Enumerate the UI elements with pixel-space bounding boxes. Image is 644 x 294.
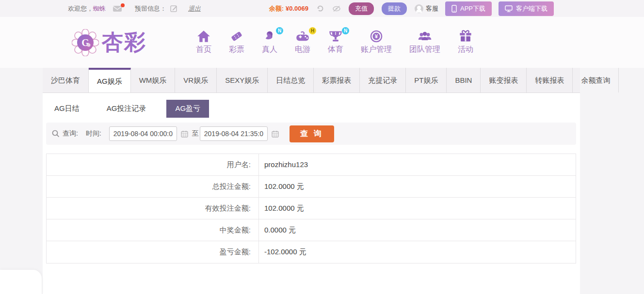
withdraw-button[interactable]: 提款: [382, 2, 407, 15]
gift-icon: [459, 30, 472, 43]
query-label: 查询:: [63, 129, 78, 138]
time-label: 时间:: [86, 129, 101, 138]
site-header: G 杏彩 首页 彩票 N 真人: [0, 17, 644, 68]
row-label-profit-loss: 盈亏金额:: [47, 241, 259, 263]
table-row: 总投注金额: 102.0000 元: [47, 176, 576, 198]
svg-text:¥: ¥: [375, 33, 378, 39]
query-bar: 查询: 时间: 至 查 询: [46, 123, 576, 145]
end-time-input[interactable]: [200, 126, 268, 141]
service-label: 客服: [426, 4, 438, 13]
ticket-icon: [230, 30, 243, 43]
tab-vr-entertainment[interactable]: VR娱乐: [175, 68, 217, 93]
subtab-ag-daily[interactable]: AG日结: [48, 100, 86, 118]
to-label: 至: [192, 129, 199, 138]
ag-subtabs: AG日结 AG投注记录 AG盈亏: [43, 93, 580, 118]
topbar: 欢迎您， 蜘蛛 预留信息： 退出 余额: ¥0.0069 充值 提款 客服: [0, 0, 644, 17]
balance-label: 余额:: [269, 4, 284, 13]
nav-label: 体育: [328, 45, 343, 55]
home-icon: [197, 30, 210, 43]
nav-label: 彩票: [229, 45, 244, 55]
row-label-winnings: 中奖金额:: [47, 219, 259, 241]
mail-icon[interactable]: [113, 5, 122, 12]
team-icon: [418, 30, 432, 43]
mail-notification-dot: [121, 3, 125, 7]
tab-pt-entertainment[interactable]: PT娱乐: [406, 68, 447, 93]
client-download-label: 客户端下载: [516, 4, 547, 13]
row-label-username: 用户名:: [47, 154, 259, 175]
tab-account-change-report[interactable]: 账变报表: [481, 68, 527, 93]
tab-lottery-report[interactable]: 彩票报表: [314, 68, 360, 93]
deposit-button[interactable]: 充值: [349, 2, 374, 15]
coin-yen-icon: ¥: [370, 30, 383, 43]
floating-widget[interactable]: [0, 270, 42, 294]
live-person-icon: [263, 30, 276, 43]
phone-icon: [451, 5, 457, 13]
nav-label: 团队管理: [409, 45, 440, 55]
app-download-label: APP下载: [460, 4, 485, 13]
welcome-text: 欢迎您，: [68, 4, 93, 13]
new-badge: N: [276, 27, 283, 34]
refresh-icon[interactable]: [316, 4, 324, 13]
search-icon: [52, 130, 60, 138]
customer-service-link[interactable]: 客服: [415, 4, 438, 13]
calendar-icon-start[interactable]: [181, 130, 188, 138]
new-badge: N: [342, 27, 349, 34]
nav-item-egames[interactable]: H 电游: [295, 30, 310, 55]
nav-label: 账户管理: [361, 45, 392, 55]
svg-text:I: I: [335, 31, 336, 36]
app-download-button[interactable]: APP下载: [445, 1, 492, 16]
row-label-valid-bet: 有效投注金额:: [47, 198, 259, 219]
main-container: 沙巴体育 AG娱乐 WM娱乐 VR娱乐 SEXY娱乐 日结总览 彩票报表 充提记…: [43, 68, 580, 294]
subtab-ag-profit-loss[interactable]: AG盈亏: [166, 100, 209, 118]
tab-balance-query[interactable]: 余额查询: [573, 68, 619, 93]
site-logo[interactable]: G 杏彩: [72, 28, 175, 57]
monitor-icon: [505, 5, 513, 12]
reserved-info-label: 预留信息：: [135, 4, 166, 13]
subtab-ag-bet-records[interactable]: AG投注记录: [100, 100, 153, 118]
row-value-profit-loss: -102.0000 元: [259, 241, 306, 263]
nav-label: 电游: [295, 45, 310, 55]
brand-name: 杏彩: [102, 28, 146, 57]
table-row: 中奖金额: 0.0000 元: [47, 219, 576, 241]
nav-item-home[interactable]: 首页: [196, 30, 211, 55]
tab-transfer-report[interactable]: 转账报表: [527, 68, 573, 93]
tab-shaba-sports[interactable]: 沙巴体育: [43, 68, 89, 93]
username[interactable]: 蜘蛛: [93, 4, 106, 13]
row-value-valid-bet: 102.0000 元: [259, 198, 304, 219]
tab-daily-overview[interactable]: 日结总览: [268, 68, 314, 93]
gamepad-icon: [295, 30, 310, 43]
calendar-icon-end[interactable]: [272, 130, 279, 138]
profit-loss-report-table: 用户名: prozhizhu123 总投注金额: 102.0000 元 有效投注…: [46, 154, 576, 263]
table-row: 盈亏金额: -102.0000 元: [47, 241, 576, 263]
row-value-winnings: 0.0000 元: [259, 219, 296, 241]
query-submit-button[interactable]: 查 询: [290, 125, 334, 142]
tab-wm-entertainment[interactable]: WM娱乐: [131, 68, 176, 93]
main-nav: 首页 彩票 N 真人 H 电游 I N 体育: [196, 30, 473, 55]
tab-sexy-entertainment[interactable]: SEXY娱乐: [217, 68, 268, 93]
eye-off-icon[interactable]: [332, 5, 341, 12]
client-download-button[interactable]: 客户端下载: [499, 1, 554, 16]
nav-item-team[interactable]: 团队管理: [409, 30, 440, 55]
tab-bbin[interactable]: BBIN: [447, 68, 481, 93]
start-time-input[interactable]: [109, 126, 177, 141]
trophy-icon: I: [329, 30, 342, 43]
logout-link[interactable]: 退出: [188, 4, 201, 13]
tab-deposit-withdraw-records[interactable]: 充提记录: [360, 68, 406, 93]
nav-item-live[interactable]: N 真人: [262, 30, 277, 55]
row-value-total-bet: 102.0000 元: [259, 176, 304, 197]
table-row: 有效投注金额: 102.0000 元: [47, 198, 576, 219]
nav-item-activity[interactable]: 活动: [458, 30, 473, 55]
nav-label: 活动: [458, 45, 473, 55]
balance-value: ¥0.0069: [286, 5, 308, 12]
nav-item-account[interactable]: ¥ 账户管理: [361, 30, 392, 55]
tab-ag-entertainment[interactable]: AG娱乐: [89, 68, 131, 93]
report-tabbar: 沙巴体育 AG娱乐 WM娱乐 VR娱乐 SEXY娱乐 日结总览 彩票报表 充提记…: [43, 68, 580, 93]
logo-flower-icon: G: [72, 29, 99, 56]
row-label-total-bet: 总投注金额:: [47, 176, 259, 197]
row-value-username: prozhizhu123: [259, 154, 308, 175]
hot-badge: H: [309, 27, 316, 34]
nav-item-sports[interactable]: I N 体育: [328, 30, 343, 55]
nav-item-lottery[interactable]: 彩票: [229, 30, 244, 55]
edit-icon[interactable]: [170, 5, 177, 12]
nav-label: 真人: [262, 45, 277, 55]
